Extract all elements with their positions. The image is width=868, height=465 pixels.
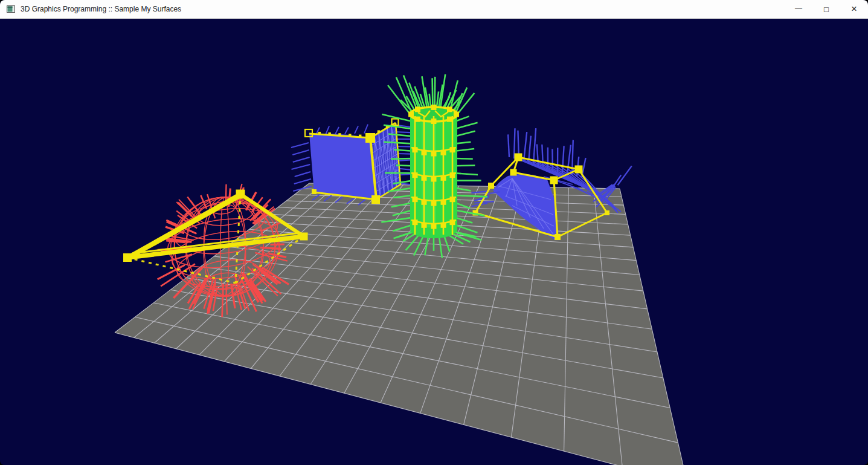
minimize-icon: — xyxy=(795,4,802,12)
maximize-icon: □ xyxy=(824,5,829,14)
close-icon: × xyxy=(851,3,857,15)
window-controls: — □ × xyxy=(785,0,868,18)
window-title: 3D Graphics Programming :: Sample My Sur… xyxy=(21,5,181,13)
app-icon[interactable] xyxy=(6,4,16,14)
ground-grid xyxy=(115,183,687,465)
maximize-button[interactable]: □ xyxy=(812,0,840,18)
app-window: 3D Graphics Programming :: Sample My Sur… xyxy=(0,0,868,465)
3d-viewport[interactable] xyxy=(0,19,868,465)
3d-scene xyxy=(0,19,868,465)
close-button[interactable]: × xyxy=(840,0,868,18)
title-bar[interactable]: 3D Graphics Programming :: Sample My Sur… xyxy=(0,0,868,19)
minimize-button[interactable]: — xyxy=(785,0,812,18)
